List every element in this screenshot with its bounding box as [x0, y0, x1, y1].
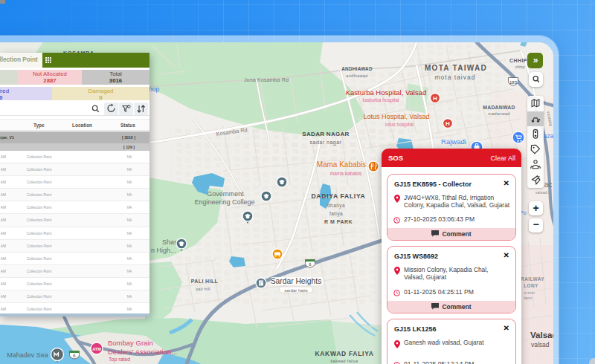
svg-text:dhaliya: dhaliya	[327, 203, 345, 209]
svg-text:sadar nagar: sadar nagar	[310, 140, 342, 146]
svg-text:pali hill: pali hill	[196, 287, 210, 291]
svg-text:R M PARK: R M PARK	[324, 219, 353, 224]
svg-text:kakwad faliya: kakwad faliya	[331, 359, 359, 363]
svg-text:Valsad: Valsad	[530, 331, 553, 339]
svg-text:Government: Government	[207, 190, 244, 198]
svg-text:KAKWAD FALIYA: KAKWAD FALIYA	[315, 350, 373, 357]
svg-text:LONY: LONY	[524, 283, 538, 288]
svg-text:kasturba hospital: kasturba hospital	[362, 97, 399, 103]
svg-text:mota taivad: mota taivad	[435, 74, 476, 81]
svg-text:lacni: lacni	[524, 296, 532, 300]
svg-text:sardar haits: sardar haits	[284, 288, 307, 293]
svg-text:valsad: valsad	[531, 341, 550, 348]
svg-text:ANDHIAWAD: ANDHIAWAD	[341, 66, 373, 71]
svg-text:Bombay Grain: Bombay Grain	[108, 339, 153, 347]
svg-text:183: 183	[509, 80, 518, 85]
svg-text:faliya: faliya	[329, 211, 343, 217]
svg-text:DADIYA FALIYA: DADIYA FALIYA	[311, 192, 365, 200]
svg-text:ac: ac	[544, 181, 553, 189]
svg-text:e rem: e rem	[524, 290, 535, 295]
svg-text:Mahadev Sea: Mahadev Sea	[7, 351, 48, 359]
svg-text:ATM: ATM	[92, 347, 101, 351]
svg-text:Sardar Heights: Sardar Heights	[271, 277, 322, 285]
svg-text:Engineering College: Engineering College	[194, 198, 254, 206]
svg-text:chhip: chhip	[515, 65, 524, 69]
svg-text:Kasturba Hospital, Valsad: Kasturba Hospital, Valsad	[346, 88, 427, 97]
svg-text:Mama Kababis: Mama Kababis	[317, 160, 367, 169]
svg-text:SADAR NAGAR: SADAR NAGAR	[302, 131, 349, 137]
svg-text:mama kababis: mama kababis	[330, 171, 362, 176]
svg-text:andhiawad: andhiawad	[346, 74, 367, 78]
svg-text:n High...: n High...	[151, 247, 176, 254]
svg-text:MOTA TAIWAD: MOTA TAIWAD	[425, 64, 487, 72]
svg-text:RAILWAY: RAILWAY	[521, 276, 544, 282]
svg-text:Rajwadi: Rajwadi	[441, 137, 466, 146]
svg-text:Juna Kosamba Rd: Juna Kosamba Rd	[244, 77, 289, 83]
svg-text:PALI HILL: PALI HILL	[191, 279, 219, 284]
svg-text:Dealers' Association...: Dealers' Association...	[108, 348, 177, 356]
svg-text:lotus hospital: lotus hospital	[385, 122, 414, 128]
svg-text:madanwad: madanwad	[488, 111, 509, 116]
svg-text:valsad n: valsad n	[536, 190, 551, 195]
svg-text:H: H	[433, 95, 437, 102]
svg-text:H: H	[446, 120, 450, 127]
svg-text:MADANWAD: MADANWAD	[483, 105, 515, 110]
svg-text:Top rated: Top rated	[109, 357, 130, 363]
svg-text:Lotus Hospital, Valsad: Lotus Hospital, Valsad	[364, 113, 430, 120]
svg-text:CHHIP: CHHIP	[509, 58, 527, 63]
